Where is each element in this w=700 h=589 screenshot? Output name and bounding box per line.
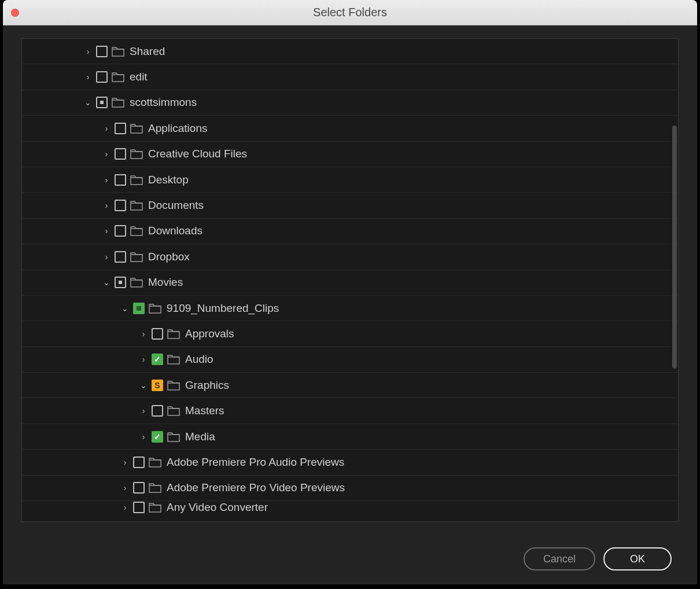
folder-icon <box>130 200 143 211</box>
folder-icon <box>130 148 143 160</box>
chevron-down-icon[interactable]: ⌄ <box>119 303 131 314</box>
tree-row[interactable]: ›Any Video Converter <box>22 501 678 514</box>
checkbox[interactable] <box>96 71 108 83</box>
chevron-right-icon[interactable]: › <box>138 354 149 365</box>
chevron-right-icon[interactable]: › <box>101 225 112 237</box>
folder-icon <box>111 71 125 83</box>
folder-label: Downloads <box>148 224 202 237</box>
folder-icon <box>167 405 180 417</box>
folder-label: Graphics <box>185 379 229 392</box>
checkbox[interactable] <box>96 46 108 57</box>
tree-row[interactable]: ›Applications <box>22 116 678 141</box>
checkbox[interactable] <box>96 97 108 108</box>
titlebar: Select Folders <box>3 0 697 25</box>
chevron-down-icon[interactable]: ⌄ <box>82 97 94 108</box>
folder-label: Masters <box>185 404 224 417</box>
folder-icon <box>111 46 125 57</box>
tree-row[interactable]: ⌄9109_Numbered_Clips <box>22 296 678 321</box>
chevron-right-icon[interactable]: › <box>138 328 149 340</box>
tree-row[interactable]: ›Media <box>22 424 678 450</box>
checkbox[interactable] <box>115 123 126 134</box>
checkbox[interactable] <box>152 431 163 443</box>
tree-row[interactable]: ›Audio <box>22 347 678 373</box>
folder-label: Audio <box>185 353 213 366</box>
dialog-window: Select Folders ›Shared›edit⌄scottsimmons… <box>3 0 697 584</box>
scrollbar[interactable] <box>672 126 677 369</box>
chevron-down-icon[interactable]: ⌄ <box>101 277 112 288</box>
ok-button[interactable]: OK <box>603 547 672 570</box>
chevron-right-icon[interactable]: › <box>119 482 131 494</box>
chevron-right-icon[interactable]: › <box>119 457 131 468</box>
cancel-button[interactable]: Cancel <box>524 547 595 570</box>
folder-icon <box>167 380 180 391</box>
chevron-right-icon[interactable]: › <box>101 174 112 186</box>
folder-label: Movies <box>148 276 183 289</box>
tree-row[interactable]: ›Creative Cloud Files <box>22 142 678 167</box>
tree-row[interactable]: ›edit <box>22 64 678 90</box>
checkbox[interactable] <box>115 225 126 237</box>
checkbox[interactable]: S <box>152 380 163 391</box>
folder-icon <box>130 123 143 134</box>
tree-row[interactable]: ›Shared <box>22 39 678 64</box>
chevron-right-icon[interactable]: › <box>138 431 149 443</box>
checkbox[interactable] <box>115 200 126 211</box>
chevron-right-icon[interactable]: › <box>82 46 94 57</box>
folder-icon <box>130 277 143 288</box>
tree-row[interactable]: ›Downloads <box>22 219 678 244</box>
checkbox[interactable] <box>133 303 145 314</box>
checkbox[interactable] <box>115 277 126 288</box>
checkbox[interactable] <box>152 328 163 340</box>
tree-row[interactable]: ⌄Movies <box>22 270 678 296</box>
folder-icon <box>148 457 162 468</box>
tree-row[interactable]: ⌄SGraphics <box>22 373 678 398</box>
chevron-right-icon[interactable]: › <box>82 71 94 83</box>
chevron-right-icon[interactable]: › <box>101 148 112 160</box>
folder-label: Creative Cloud Files <box>148 148 247 160</box>
checkbox[interactable] <box>115 174 126 186</box>
folder-label: edit <box>130 71 148 83</box>
tree-row[interactable]: ⌄scottsimmons <box>22 90 678 116</box>
folder-icon <box>148 502 162 513</box>
folder-label: Applications <box>148 122 207 135</box>
tree-row[interactable]: ›Approvals <box>22 321 678 347</box>
chevron-right-icon[interactable]: › <box>101 200 112 211</box>
chevron-down-icon[interactable]: ⌄ <box>138 380 149 391</box>
checkbox[interactable] <box>152 405 163 417</box>
folder-tree: ›Shared›edit⌄scottsimmons›Applications›C… <box>21 38 679 522</box>
folder-icon <box>130 251 143 263</box>
folder-label: Any Video Converter <box>167 501 268 514</box>
folder-label: Desktop <box>148 174 189 186</box>
folder-label: Media <box>185 430 215 443</box>
tree-row[interactable]: ›Masters <box>22 398 678 424</box>
folder-icon <box>167 431 180 443</box>
tree-container: ›Shared›edit⌄scottsimmons›Applications›C… <box>3 25 697 533</box>
checkbox[interactable] <box>133 457 145 468</box>
folder-icon <box>167 354 180 365</box>
checkbox[interactable] <box>115 148 126 160</box>
folder-icon <box>130 225 143 237</box>
folder-label: Adobe Premiere Pro Video Previews <box>167 481 345 494</box>
window-title: Select Folders <box>3 6 697 19</box>
folder-label: Shared <box>130 45 165 58</box>
tree-row[interactable]: ›Adobe Premiere Pro Video Previews <box>22 476 678 501</box>
folder-icon <box>111 97 125 108</box>
chevron-right-icon[interactable]: › <box>101 123 112 134</box>
checkbox[interactable] <box>133 502 145 513</box>
checkbox[interactable] <box>133 482 145 494</box>
folder-label: scottsimmons <box>130 96 197 109</box>
tree-row[interactable]: ›Desktop <box>22 167 678 193</box>
tree-row[interactable]: ›Adobe Premiere Pro Audio Previews <box>22 450 678 475</box>
checkbox[interactable] <box>152 354 163 365</box>
tree-row[interactable]: ›Dropbox <box>22 244 678 270</box>
folder-icon <box>167 328 180 340</box>
folder-label: Adobe Premiere Pro Audio Previews <box>167 456 344 469</box>
folder-label: 9109_Numbered_Clips <box>167 302 279 315</box>
folder-icon <box>130 174 143 186</box>
tree-row[interactable]: ›Documents <box>22 193 678 218</box>
checkbox[interactable] <box>115 251 126 263</box>
chevron-right-icon[interactable]: › <box>138 405 149 417</box>
chevron-right-icon[interactable]: › <box>101 251 112 263</box>
chevron-right-icon[interactable]: › <box>119 502 131 513</box>
close-window-button[interactable] <box>11 9 19 17</box>
folder-label: Dropbox <box>148 251 190 263</box>
